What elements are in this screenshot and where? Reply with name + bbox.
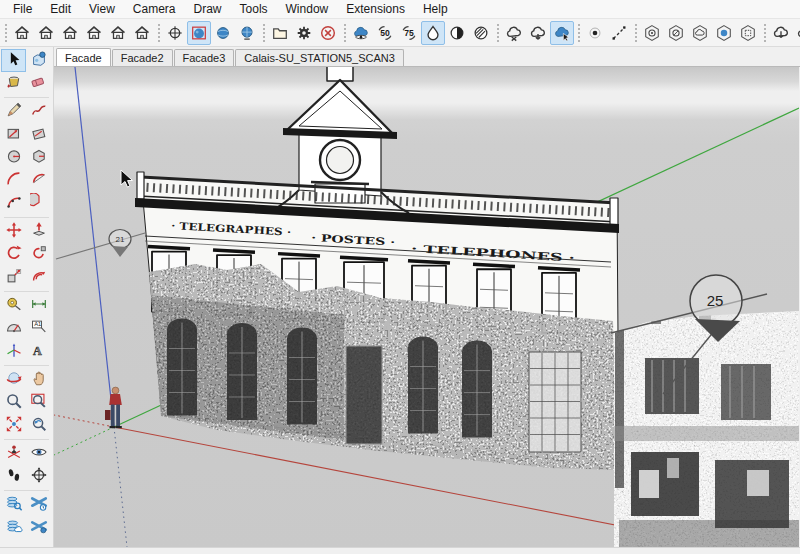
menu-tools[interactable]: Tools bbox=[231, 1, 277, 17]
cloud-hide-button[interactable] bbox=[502, 21, 526, 45]
pick-scan-origin-button[interactable] bbox=[163, 21, 187, 45]
snap-circle-button[interactable] bbox=[664, 21, 688, 45]
rectangle-tool-button[interactable] bbox=[1, 123, 26, 146]
rotated-rectangle-tool-button[interactable] bbox=[26, 123, 51, 146]
toolbar-grip[interactable] bbox=[5, 24, 7, 42]
eraser-tool-button[interactable] bbox=[26, 72, 51, 95]
menu-extensions[interactable]: Extensions bbox=[337, 1, 414, 17]
paint-bucket-tool-button[interactable] bbox=[1, 72, 26, 95]
snap-cloud-button[interactable] bbox=[688, 21, 712, 45]
toolbar-grip[interactable] bbox=[497, 24, 499, 42]
toolbar-grip[interactable] bbox=[344, 24, 346, 42]
snap-sphere-button[interactable] bbox=[712, 21, 736, 45]
view-right-icon bbox=[85, 24, 103, 42]
offset-tool-button[interactable] bbox=[26, 266, 51, 289]
snap-target-button[interactable] bbox=[640, 21, 664, 45]
polyline-tool-button[interactable] bbox=[607, 21, 631, 45]
two-point-arc-tool-button[interactable] bbox=[26, 169, 51, 192]
push-pull-tool-button[interactable] bbox=[26, 220, 51, 243]
pan-tool-button[interactable] bbox=[26, 368, 51, 391]
cloud-pick-button[interactable] bbox=[550, 21, 574, 45]
scene-tab-calais-su-station5-scan3[interactable]: Calais-SU_STATION5_SCAN3 bbox=[235, 49, 404, 66]
menu-file[interactable]: File bbox=[4, 1, 41, 17]
rotate-icon bbox=[5, 244, 23, 265]
menu-edit[interactable]: Edit bbox=[41, 1, 80, 17]
palette-separator bbox=[4, 439, 49, 440]
circle-tool-button[interactable] bbox=[1, 146, 26, 169]
menu-view[interactable]: View bbox=[80, 1, 124, 17]
cloud-visibility-button[interactable] bbox=[349, 21, 373, 45]
model-view[interactable]: · TELEGRAPHES · · POSTES · · TELEPHONES … bbox=[54, 67, 799, 547]
protractor-tool-button[interactable] bbox=[1, 317, 26, 340]
position-camera-tool-button[interactable] bbox=[1, 442, 26, 465]
follow-me-tool-button[interactable] bbox=[26, 243, 51, 266]
three-point-arc-tool-button[interactable] bbox=[1, 192, 26, 215]
walk-tool-button[interactable] bbox=[1, 465, 26, 488]
station-view-button[interactable] bbox=[235, 21, 259, 45]
density-50-button[interactable]: 50 bbox=[373, 21, 397, 45]
arc-tool-button[interactable] bbox=[1, 169, 26, 192]
dimension-tool-button[interactable] bbox=[26, 294, 51, 317]
scene-tab-facade3[interactable]: Facade3 bbox=[174, 49, 235, 66]
snap-region-icon bbox=[739, 24, 757, 42]
scene-tab-facade2[interactable]: Facade2 bbox=[112, 49, 173, 66]
scan-section-tool-button[interactable] bbox=[26, 493, 51, 516]
zoom-previous-tool-button[interactable] bbox=[26, 414, 51, 437]
zoom-extents-tool-button[interactable] bbox=[1, 414, 26, 437]
open-point-cloud-button[interactable] bbox=[268, 21, 292, 45]
scan-inspect-tool-button[interactable] bbox=[1, 493, 26, 516]
toolbar-grip[interactable] bbox=[158, 24, 160, 42]
point-cloud-settings-button[interactable] bbox=[292, 21, 316, 45]
select-tool-button[interactable] bbox=[1, 49, 26, 72]
orbit-tool-button[interactable] bbox=[1, 368, 26, 391]
scene-tab-facade[interactable]: Facade bbox=[56, 48, 111, 66]
tape-measure-tool-button[interactable] bbox=[1, 294, 26, 317]
point-style-contrast-button[interactable] bbox=[445, 21, 469, 45]
point-style-hatch-button[interactable] bbox=[469, 21, 493, 45]
snap-target-icon bbox=[643, 24, 661, 42]
view-front-button[interactable] bbox=[58, 21, 82, 45]
viewport-3d[interactable]: · TELEGRAPHES · · POSTES · · TELEPHONES … bbox=[54, 66, 800, 547]
pie-tool-button[interactable] bbox=[26, 192, 51, 215]
move-tool-button[interactable] bbox=[1, 220, 26, 243]
scan-layers-tool-button[interactable] bbox=[1, 516, 26, 539]
point-tool-button[interactable] bbox=[583, 21, 607, 45]
view-right-button[interactable] bbox=[82, 21, 106, 45]
view-iso-button[interactable] bbox=[10, 21, 34, 45]
cloud-pick-down-button[interactable] bbox=[526, 21, 550, 45]
freehand-tool-button[interactable] bbox=[26, 100, 51, 123]
clip-box-button[interactable] bbox=[187, 21, 211, 45]
toolbar-grip[interactable] bbox=[263, 24, 265, 42]
make-component-tool-button[interactable] bbox=[26, 49, 51, 72]
import-cloud-button[interactable] bbox=[769, 21, 793, 45]
density-75-button[interactable]: 75 bbox=[397, 21, 421, 45]
line-tool-button[interactable] bbox=[1, 100, 26, 123]
toolbar-grip[interactable] bbox=[764, 24, 766, 42]
export-cloud-button[interactable] bbox=[793, 21, 800, 45]
close-point-cloud-button[interactable] bbox=[316, 21, 340, 45]
view-back-button[interactable] bbox=[106, 21, 130, 45]
navigation-target-tool-button[interactable] bbox=[26, 465, 51, 488]
toolbar-grip[interactable] bbox=[635, 24, 637, 42]
text-tool-button[interactable]: A1 bbox=[26, 317, 51, 340]
scan-planes-tool-button[interactable] bbox=[26, 516, 51, 539]
scale-tool-button[interactable] bbox=[1, 266, 26, 289]
polygon-tool-button[interactable] bbox=[26, 146, 51, 169]
view-left-button[interactable] bbox=[130, 21, 154, 45]
zoom-tool-button[interactable] bbox=[1, 391, 26, 414]
menu-draw[interactable]: Draw bbox=[185, 1, 231, 17]
view-top-button[interactable] bbox=[34, 21, 58, 45]
menu-camera[interactable]: Camera bbox=[124, 1, 185, 17]
menu-window[interactable]: Window bbox=[277, 1, 338, 17]
zoom-window-tool-button[interactable] bbox=[26, 391, 51, 414]
toolbar-grip[interactable] bbox=[578, 24, 580, 42]
snap-region-button[interactable] bbox=[736, 21, 760, 45]
menu-help[interactable]: Help bbox=[414, 1, 457, 17]
axes-tool-button[interactable] bbox=[1, 340, 26, 363]
point-style-plain-button[interactable] bbox=[421, 21, 445, 45]
look-around-tool-button[interactable] bbox=[26, 442, 51, 465]
snap-circle-icon bbox=[667, 24, 685, 42]
rotate-tool-button[interactable] bbox=[1, 243, 26, 266]
panorama-view-button[interactable] bbox=[211, 21, 235, 45]
three-d-text-tool-button[interactable]: A bbox=[26, 340, 51, 363]
